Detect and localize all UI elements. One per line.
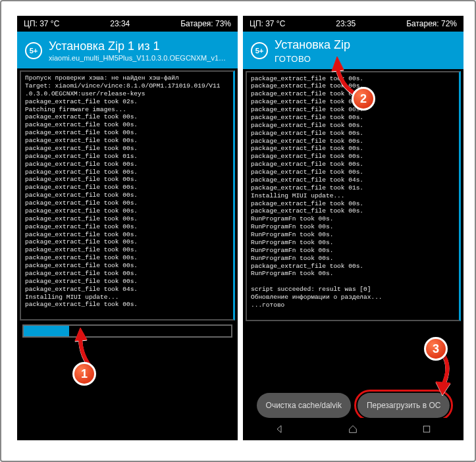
title-main: Установка Zip xyxy=(275,38,350,53)
action-buttons: Очистка cache/dalvik Перезагрузить в ОС xyxy=(243,393,463,418)
title-bar: 5+ Установка Zip ГОТОВО xyxy=(243,32,463,69)
status-temp: ЦП: 37 °C xyxy=(250,19,285,28)
status-time: 23:35 xyxy=(336,19,356,28)
title-main: Установка Zip 1 из 1 xyxy=(49,39,230,54)
svg-rect-0 xyxy=(423,426,429,432)
phone-left: ЦП: 37 °C 23:34 Батарея: 73% 5+ Установк… xyxy=(17,16,238,440)
status-temp: ЦП: 37 °C xyxy=(24,19,59,28)
nav-home-icon[interactable] xyxy=(348,424,358,434)
status-battery: Батарея: 72% xyxy=(406,19,457,28)
android-navbar xyxy=(243,418,463,440)
title-bar: 5+ Установка Zip 1 из 1 xiaomi.eu_multi_… xyxy=(17,32,238,68)
app-badge-icon: 5+ xyxy=(25,42,42,59)
app-badge-icon: 5+ xyxy=(251,42,268,59)
install-progress-fill xyxy=(24,326,69,336)
callout-badge-1: 1 xyxy=(72,362,96,386)
title-text: Установка Zip 1 из 1 xiaomi.eu_multi_HM5… xyxy=(49,39,230,62)
status-battery: Батарея: 73% xyxy=(180,19,231,28)
title-text: Установка Zip ГОТОВО xyxy=(275,38,350,64)
phone-right: ЦП: 37 °C 23:35 Батарея: 72% 5+ Установк… xyxy=(243,16,463,440)
console-panel: Пропуск проверки хэша: не найден хэш-фай… xyxy=(20,70,235,321)
callout-badge-2: 2 xyxy=(352,87,375,111)
install-progress xyxy=(22,324,232,338)
status-bar: ЦП: 37 °C 23:34 Батарея: 73% xyxy=(17,16,238,32)
callout-badge-3: 3 xyxy=(424,337,448,361)
screenshot-frame: ЦП: 37 °C 23:34 Батарея: 73% 5+ Установк… xyxy=(0,0,476,462)
console-output: Пропуск проверки хэша: не найден хэш-фай… xyxy=(25,74,229,309)
nav-back-icon[interactable] xyxy=(275,424,285,434)
reboot-os-button[interactable]: Перезагрузить в ОС xyxy=(357,393,450,418)
status-bar: ЦП: 37 °C 23:35 Батарея: 72% xyxy=(243,16,463,32)
status-time: 23:34 xyxy=(110,19,130,28)
console-output: package_extract_file took 00s. package_e… xyxy=(251,75,455,309)
nav-recents-icon[interactable] xyxy=(421,424,432,434)
wipe-cache-button[interactable]: Очистка cache/dalvik xyxy=(257,393,351,418)
title-status-done: ГОТОВО xyxy=(275,54,350,64)
console-panel: package_extract_file took 00s. package_e… xyxy=(246,71,461,321)
title-filename: xiaomi.eu_multi_HM5Plus_V11.0.3.0.OEGCNX… xyxy=(49,54,230,62)
